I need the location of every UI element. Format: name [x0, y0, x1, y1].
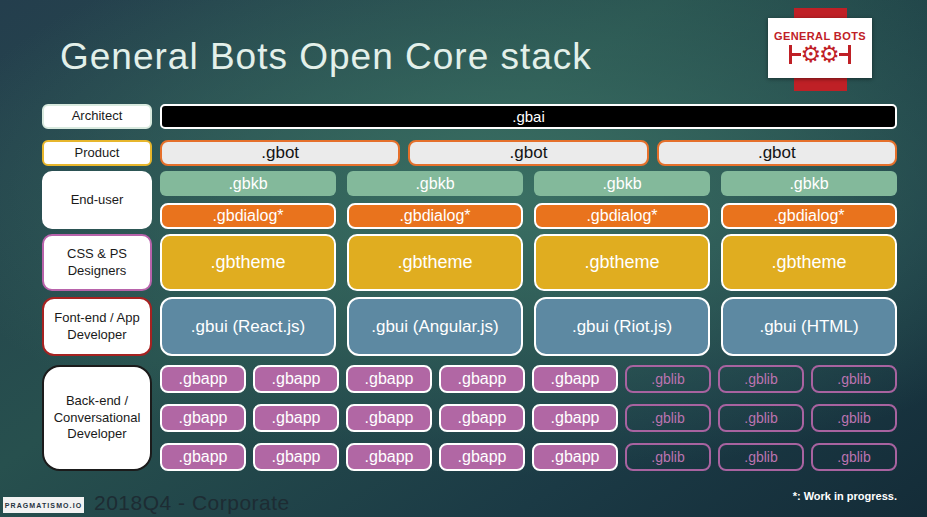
gbui-box: .gbui (React.js) [160, 297, 336, 356]
gbtheme-box: .gbtheme [721, 234, 897, 291]
gbapp-box: .gbapp [532, 404, 618, 432]
box-row-gbkb: .gbkb.gbkb.gbkb.gbkb [160, 171, 897, 196]
gbot-box: .gbot [408, 140, 648, 166]
work-in-progress-note: *: Work in progress. [793, 490, 897, 502]
gblib-box: .gblib [718, 365, 804, 393]
box-row-gbui: .gbui (React.js).gbui (Angular.js).gbui … [160, 297, 897, 356]
brand-gears: ⚙ ⚙ [789, 43, 850, 66]
gbapp-box: .gbapp [160, 404, 246, 432]
gbapp-box: .gbapp [346, 365, 432, 393]
box-row-gbtheme: .gbtheme.gbtheme.gbtheme.gbtheme [160, 234, 897, 291]
gbtheme-box: .gbtheme [160, 234, 336, 291]
gbapp-box: .gbapp [253, 365, 339, 393]
gbapp-box: .gbapp [253, 443, 339, 471]
stack: Architect.gbaiProduct.gbot.gbot.gbotEnd-… [42, 104, 897, 471]
band-rows-backend: .gbapp.gbapp.gbapp.gbapp.gbapp.gblib.gbl… [160, 365, 897, 471]
row-label-end-user: End-user [42, 171, 152, 229]
gblib-box: .gblib [811, 365, 897, 393]
gbapp-box: .gbapp [346, 404, 432, 432]
row-label-designers: CSS & PSDesigners [42, 234, 152, 291]
band-end-user: End-user.gbkb.gbkb.gbkb.gbkb.gbdialog*.g… [42, 171, 897, 229]
band-rows-frontend: .gbui (React.js).gbui (Angular.js).gbui … [160, 297, 897, 356]
page-title: General Bots Open Core stack [60, 36, 592, 78]
box-row-backend: .gbapp.gbapp.gbapp.gbapp.gbapp.gblib.gbl… [160, 443, 897, 471]
box-row-gbdialog: .gbdialog*.gbdialog*.gbdialog*.gbdialog* [160, 203, 897, 229]
band-rows-end-user: .gbkb.gbkb.gbkb.gbkb.gbdialog*.gbdialog*… [160, 171, 897, 229]
footer-version-text: 2018Q4 - Corporate [94, 491, 290, 515]
box-row-gbai: .gbai [160, 104, 897, 129]
gbkb-box: .gbkb [721, 171, 897, 196]
gbot-box: .gbot [160, 140, 400, 166]
band-product: Product.gbot.gbot.gbot [42, 140, 897, 166]
row-label-product: Product [42, 140, 152, 166]
gear-axle-line-right [839, 53, 848, 56]
gbai-box: .gbai [160, 104, 897, 129]
gblib-box: .gblib [625, 443, 711, 471]
gbdialog-box: .gbdialog* [347, 203, 523, 229]
gbapp-box: .gbapp [532, 443, 618, 471]
band-rows-designers: .gbtheme.gbtheme.gbtheme.gbtheme [160, 234, 897, 291]
row-label-backend: Back-end /ConversationalDeveloper [42, 365, 152, 471]
row-label-frontend: Font-end / AppDeveloper [42, 297, 152, 356]
gbtheme-box: .gbtheme [534, 234, 710, 291]
gblib-box: .gblib [625, 404, 711, 432]
gbdialog-box: .gbdialog* [160, 203, 336, 229]
gbui-box: .gbui (Riot.js) [534, 297, 710, 356]
gbapp-box: .gbapp [532, 365, 618, 393]
gbapp-box: .gbapp [160, 443, 246, 471]
gbapp-box: .gbapp [160, 365, 246, 393]
pragmatismo-logo: PRAGMATISMO.IO [3, 497, 84, 513]
gblib-box: .gblib [811, 404, 897, 432]
row-label-architect: Architect [42, 104, 152, 129]
gbot-box: .gbot [657, 140, 897, 166]
gear-icon: ⚙ [800, 43, 821, 66]
gbapp-box: .gbapp [439, 404, 525, 432]
gbapp-box: .gbapp [439, 443, 525, 471]
brand-logo: GENERAL BOTS ⚙ ⚙ [768, 18, 872, 78]
gbdialog-box: .gbdialog* [534, 203, 710, 229]
band-backend: Back-end /ConversationalDeveloper.gbapp.… [42, 365, 897, 471]
box-row-backend: .gbapp.gbapp.gbapp.gbapp.gbapp.gblib.gbl… [160, 365, 897, 393]
gear-axle-end-right [848, 45, 851, 64]
band-rows-product: .gbot.gbot.gbot [160, 140, 897, 166]
gear-icon: ⚙ [819, 43, 840, 66]
box-row-gbot: .gbot.gbot.gbot [160, 140, 897, 166]
gbkb-box: .gbkb [534, 171, 710, 196]
band-frontend: Font-end / AppDeveloper.gbui (React.js).… [42, 297, 897, 356]
gblib-box: .gblib [718, 404, 804, 432]
box-row-backend: .gbapp.gbapp.gbapp.gbapp.gbapp.gblib.gbl… [160, 404, 897, 432]
gbkb-box: .gbkb [160, 171, 336, 196]
gblib-box: .gblib [718, 443, 804, 471]
band-architect: Architect.gbai [42, 104, 897, 129]
gbapp-box: .gbapp [253, 404, 339, 432]
gbapp-box: .gbapp [346, 443, 432, 471]
gbtheme-box: .gbtheme [347, 234, 523, 291]
gbui-box: .gbui (HTML) [721, 297, 897, 356]
gbui-box: .gbui (Angular.js) [347, 297, 523, 356]
band-rows-architect: .gbai [160, 104, 897, 129]
gblib-box: .gblib [625, 365, 711, 393]
gbkb-box: .gbkb [347, 171, 523, 196]
band-designers: CSS & PSDesigners.gbtheme.gbtheme.gbthem… [42, 234, 897, 291]
gblib-box: .gblib [811, 443, 897, 471]
gbapp-box: .gbapp [439, 365, 525, 393]
gbdialog-box: .gbdialog* [721, 203, 897, 229]
